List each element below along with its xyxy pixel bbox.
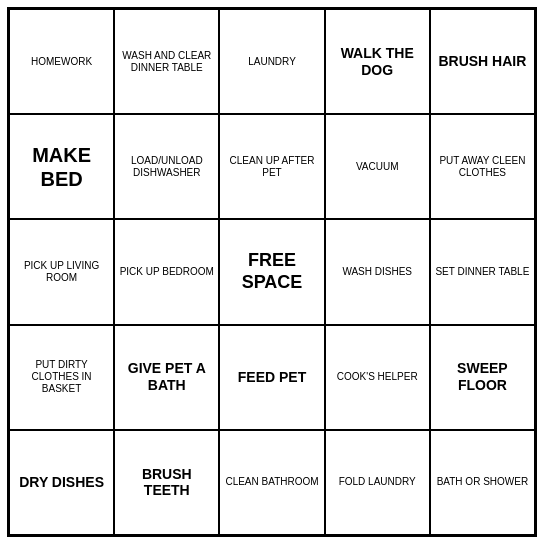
bingo-cell-r3c4: SWEEP FLOOR — [430, 325, 535, 430]
bingo-cell-r4c0: DRY DISHES — [9, 430, 114, 535]
bingo-cell-r4c4: BATH OR SHOWER — [430, 430, 535, 535]
bingo-cell-r3c1: GIVE PET A BATH — [114, 325, 219, 430]
bingo-cell-r0c0: HOMEWORK — [9, 9, 114, 114]
bingo-cell-r4c3: FOLD LAUNDRY — [325, 430, 430, 535]
bingo-cell-r3c0: PUT DIRTY CLOTHES IN BASKET — [9, 325, 114, 430]
bingo-cell-r0c4: BRUSH HAIR — [430, 9, 535, 114]
bingo-cell-r1c4: PUT AWAY CLEEN CLOTHES — [430, 114, 535, 219]
bingo-cell-r2c0: PICK UP LIVING ROOM — [9, 219, 114, 324]
bingo-cell-r4c2: CLEAN BATHROOM — [219, 430, 324, 535]
bingo-cell-r0c2: LAUNDRY — [219, 9, 324, 114]
bingo-cell-r0c1: WASH AND CLEAR DINNER TABLE — [114, 9, 219, 114]
bingo-cell-r1c1: LOAD/UNLOAD DISHWASHER — [114, 114, 219, 219]
bingo-cell-r2c4: SET DINNER TABLE — [430, 219, 535, 324]
bingo-board: HOMEWORKWASH AND CLEAR DINNER TABLELAUND… — [7, 7, 537, 537]
bingo-cell-r4c1: BRUSH TEETH — [114, 430, 219, 535]
bingo-cell-r1c2: CLEAN UP AFTER PET — [219, 114, 324, 219]
bingo-cell-r2c3: WASH DISHES — [325, 219, 430, 324]
bingo-cell-r0c3: WALK THE DOG — [325, 9, 430, 114]
bingo-cell-r3c2: FEED PET — [219, 325, 324, 430]
bingo-cell-r1c3: VACUUM — [325, 114, 430, 219]
bingo-cell-r2c2: FREE SPACE — [219, 219, 324, 324]
bingo-cell-r2c1: PICK UP BEDROOM — [114, 219, 219, 324]
bingo-cell-r1c0: MAKE BED — [9, 114, 114, 219]
bingo-cell-r3c3: COOK'S HELPER — [325, 325, 430, 430]
